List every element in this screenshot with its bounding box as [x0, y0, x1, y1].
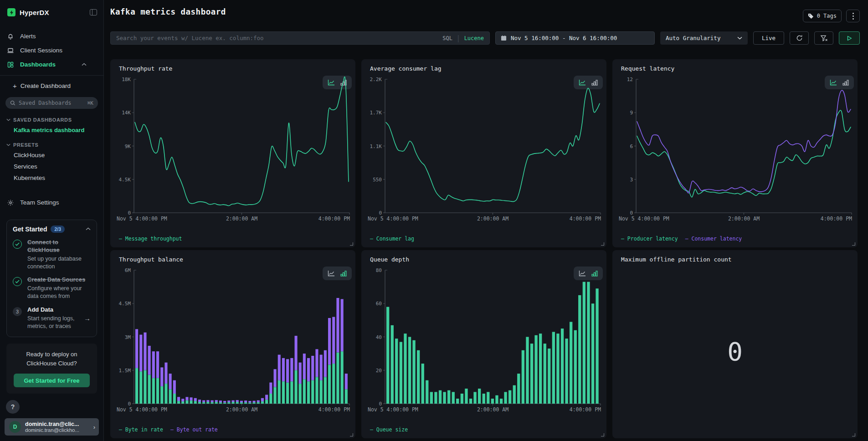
chart-panel-average-consumer-lag: Average consumer lag 2.2K1.7K1.1K5500Nov…: [361, 59, 606, 247]
svg-text:80: 80: [376, 267, 382, 273]
granularity-select[interactable]: Auto Granularity: [660, 31, 748, 45]
svg-text:6: 6: [630, 144, 633, 149]
refresh-button[interactable]: [790, 31, 809, 45]
chart-title: Average consumer lag: [370, 65, 442, 72]
sidebar-item-kafka-metrics-dashboard[interactable]: Kafka metrics dashboard: [0, 124, 103, 136]
user-email: dominic.tran@clickho...: [25, 427, 92, 433]
svg-text:4:00:00 PM: 4:00:00 PM: [570, 406, 601, 413]
chart-title: Queue depth: [370, 256, 409, 263]
svg-text:2:00:00 AM: 2:00:00 AM: [226, 406, 257, 413]
sidebar: HyperDX Alerts Client Sessions Dashboard…: [0, 0, 104, 441]
chart-legend[interactable]: — Byte in rate— Byte out rate: [119, 426, 218, 433]
svg-text:4:00:00 PM: 4:00:00 PM: [821, 215, 852, 222]
chart-panel-request-latency: Request latency 129630Nov 5 4:00:00 PM2:…: [612, 59, 858, 247]
legend-item[interactable]: — Byte in rate: [119, 426, 163, 433]
create-dashboard-button[interactable]: + Create Dashboard: [0, 80, 103, 92]
chart-legend[interactable]: — Queue size: [370, 426, 408, 433]
chevron-up-icon[interactable]: [86, 227, 91, 231]
cloud-promo-line2: ClickHouse Cloud?: [14, 359, 90, 368]
date-range-picker[interactable]: Nov 5 16:00:00 - Nov 6 16:00:00: [495, 31, 655, 45]
resize-handle[interactable]: [601, 242, 604, 246]
chart-legend[interactable]: — Message throughput: [119, 236, 182, 242]
section-presets[interactable]: PRESETS: [0, 136, 103, 149]
svg-text:1.5M: 1.5M: [119, 368, 131, 374]
step-title: Add Data: [27, 306, 81, 314]
svg-text:Nov 5 4:00:00 PM: Nov 5 4:00:00 PM: [368, 215, 418, 222]
svg-text:1.1K: 1.1K: [370, 144, 382, 149]
svg-text:Nov 5 4:00:00 PM: Nov 5 4:00:00 PM: [117, 215, 167, 222]
legend-item[interactable]: — Queue size: [370, 426, 408, 433]
step-connect-clickhouse[interactable]: Connect to ClickHouse Set up your databa…: [13, 239, 91, 271]
avatar: D: [9, 421, 21, 433]
event-search-input[interactable]: Search your events w/ Lucene ex. column:…: [110, 31, 490, 45]
resize-handle[interactable]: [350, 433, 353, 436]
svg-text:4:00:00 PM: 4:00:00 PM: [318, 406, 350, 413]
chart-legend[interactable]: — Consumer lag: [370, 236, 414, 242]
logo-row: HyperDX: [0, 0, 103, 21]
check-circle-icon: [13, 240, 22, 249]
main-content: Kafka metrics dashboard 0 Tags Search yo…: [104, 0, 868, 441]
plus-icon: +: [13, 82, 17, 90]
svg-text:3M: 3M: [125, 334, 131, 340]
legend-item[interactable]: — Consumer lag: [370, 236, 414, 242]
chart-title: Maximum offline partition count: [621, 256, 732, 263]
svg-text:18K: 18K: [122, 77, 131, 82]
get-started-title: Get Started: [13, 226, 47, 233]
sidebar-collapse-icon[interactable]: [90, 9, 97, 15]
tags-button[interactable]: 0 Tags: [803, 10, 842, 22]
get-started-free-button[interactable]: Get Started for Free: [14, 374, 90, 387]
sidebar-item-kubernetes[interactable]: Kubernetes: [0, 172, 103, 184]
svg-text:14K: 14K: [122, 110, 131, 116]
chart-plot[interactable]: 6M4.5M3M1.5M0Nov 5 4:00:00 PM2:00:00 AM4…: [116, 267, 351, 414]
brand-name: HyperDX: [20, 9, 90, 16]
sidebar-item-client-sessions[interactable]: Client Sessions: [0, 43, 103, 57]
svg-text:2:00:00 AM: 2:00:00 AM: [477, 406, 508, 413]
cloud-promo-line1: Ready to deploy on: [14, 350, 90, 359]
legend-item[interactable]: — Byte out rate: [170, 426, 218, 433]
step-create-data-sources[interactable]: Create Data Sources Configure where your…: [13, 276, 91, 300]
cloud-promo-card: Ready to deploy on ClickHouse Cloud? Get…: [6, 344, 97, 394]
user-menu[interactable]: D dominic.tran@clic... dominic.tran@clic…: [5, 418, 99, 436]
legend-item[interactable]: — Message throughput: [119, 236, 182, 242]
svg-text:550: 550: [373, 177, 382, 183]
filter-button[interactable]: [814, 31, 833, 45]
chart-panel-throughput-rate: Throughput rate 18K14K9K4.5K0Nov 5 4:00:…: [110, 59, 355, 247]
resize-handle[interactable]: [852, 242, 855, 246]
resize-handle[interactable]: [350, 242, 353, 246]
chart-legend[interactable]: — Producer latency— Consumer latency: [621, 236, 742, 242]
help-button[interactable]: ?: [6, 400, 20, 414]
step-desc: Start sending logs, metrics, or traces: [27, 315, 81, 330]
section-saved-dashboards[interactable]: SAVED DASHBOARDS: [0, 111, 103, 124]
svg-text:2:00:00 AM: 2:00:00 AM: [226, 215, 257, 222]
date-range-value: Nov 5 16:00:00 - Nov 6 16:00:00: [511, 35, 617, 41]
svg-text:Nov 5 4:00:00 PM: Nov 5 4:00:00 PM: [368, 406, 418, 413]
sidebar-item-team-settings[interactable]: Team Settings: [0, 195, 103, 210]
chart-plot[interactable]: 806040200Nov 5 4:00:00 PM2:00:00 AM4:00:…: [367, 267, 602, 414]
chart-plot[interactable]: 18K14K9K4.5K0Nov 5 4:00:00 PM2:00:00 AM4…: [116, 77, 351, 223]
chart-plot[interactable]: 129630Nov 5 4:00:00 PM2:00:00 AM4:00:00 …: [618, 77, 853, 223]
more-options-button[interactable]: [846, 10, 860, 22]
svg-text:4.5M: 4.5M: [119, 301, 131, 307]
sql-mode-toggle[interactable]: SQL: [442, 35, 452, 41]
search-placeholder: Saved Dashboards: [19, 100, 87, 106]
lucene-mode-toggle[interactable]: Lucene: [464, 35, 484, 41]
dashboards-icon: [7, 61, 14, 68]
svg-text:4.5K: 4.5K: [119, 177, 131, 183]
shortcut-badge: ⌘K: [87, 100, 93, 106]
step-add-data[interactable]: 3 Add Data Start sending logs, metrics, …: [13, 306, 91, 330]
resize-handle[interactable]: [601, 433, 604, 436]
chart-plot[interactable]: 2.2K1.7K1.1K5500Nov 5 4:00:00 PM2:00:00 …: [367, 77, 602, 223]
run-query-button[interactable]: [839, 31, 860, 45]
sidebar-item-alerts[interactable]: Alerts: [0, 29, 103, 43]
legend-item[interactable]: — Producer latency: [621, 236, 678, 242]
chevron-down-icon: [6, 144, 10, 146]
svg-text:Nov 5 4:00:00 PM: Nov 5 4:00:00 PM: [117, 406, 167, 413]
sidebar-item-services[interactable]: Services: [0, 161, 103, 172]
sidebar-item-dashboards[interactable]: Dashboards: [0, 57, 103, 72]
resize-handle[interactable]: [852, 433, 855, 436]
sidebar-item-clickhouse[interactable]: ClickHouse: [0, 149, 103, 161]
chevron-right-icon: ›: [93, 424, 95, 431]
saved-dashboards-search[interactable]: Saved Dashboards ⌘K: [5, 97, 98, 109]
legend-item[interactable]: — Consumer latency: [685, 236, 742, 242]
live-button[interactable]: Live: [753, 31, 784, 45]
